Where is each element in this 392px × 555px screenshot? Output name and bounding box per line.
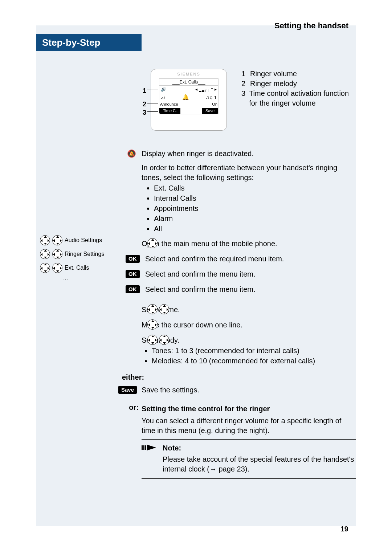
- list-item: All: [154, 224, 356, 234]
- menu-row-audio: Audio Settings: [40, 233, 134, 247]
- list-item: Appointments: [154, 204, 356, 213]
- or-label: or:: [122, 403, 142, 415]
- nav-icon: [52, 235, 62, 245]
- note-box: Note: Please take account of the special…: [142, 439, 356, 479]
- speaker-icon: 🔊: [161, 86, 166, 92]
- nav-icon: [40, 235, 50, 245]
- deactivated-text: Display when ringer is deactivated.: [142, 149, 356, 159]
- nav-right-icon: [159, 335, 169, 345]
- softkey-time-c: Time C.: [159, 108, 180, 114]
- svg-marker-3: [147, 445, 156, 450]
- nav-icon: [40, 249, 50, 259]
- list-item: Ext. Calls: [154, 183, 356, 193]
- svg-rect-2: [145, 445, 146, 450]
- phone-legend: 1Ringer volume 2Ringer melody 3Time cont…: [241, 69, 354, 108]
- announce-label: Announce: [160, 102, 178, 107]
- page-number: 19: [340, 525, 348, 533]
- melody-select-icon: ♪♪: [161, 94, 166, 101]
- phone-screen: ___Ext. Calls___ 🔊 ◂ ▸ ♪♪ 🔔 ♫♫ 1 Announc…: [159, 78, 219, 114]
- save-badge: Save: [118, 386, 137, 394]
- step-text: Select and confirm the required menu ite…: [145, 253, 356, 264]
- callout-line: [147, 90, 158, 90]
- bell-icon: 🔔: [182, 94, 189, 101]
- legend-text: Time control activation function for the…: [249, 89, 354, 108]
- nav-right-icon: [159, 304, 169, 314]
- menu-row-ellipsis: ...: [40, 275, 134, 282]
- svg-rect-0: [142, 445, 143, 450]
- ok-badge: OK: [126, 255, 140, 263]
- ok-badge: OK: [126, 270, 140, 278]
- phone-brand: SIEMENS: [151, 72, 226, 77]
- time-control-text: You can select a different ringer volume…: [142, 416, 356, 436]
- volume-slider-icon: ◂ ▸: [195, 86, 217, 92]
- callout-line: [147, 111, 158, 112]
- nav-left-icon: [147, 304, 158, 314]
- note-title: Note:: [163, 443, 356, 453]
- callout-3: 3: [143, 108, 146, 117]
- step-by-step-bar: Step-by-Step: [36, 34, 142, 51]
- note-arrow-icon: [142, 443, 158, 474]
- nav-icon: [40, 263, 50, 273]
- step-move-down: Move the cursor down one line.: [142, 319, 356, 330]
- legend-text: Ringer volume: [250, 69, 297, 79]
- nav-left-icon: [147, 335, 158, 345]
- time-control-heading: Setting the time control for the ringer: [142, 404, 270, 414]
- list-item: Tones: 1 to 3 (recommended for internal …: [152, 346, 356, 356]
- differentiate-text: In order to better differentiate between…: [142, 163, 356, 183]
- menu-row-ringer: Ringer Settings: [40, 247, 134, 261]
- nav-icon: [147, 238, 158, 248]
- menu-label: Ext. Calls: [65, 265, 134, 271]
- tone-list: Ext. Calls Internal Calls Appointments A…: [142, 183, 356, 234]
- nav-down-icon: [147, 319, 158, 330]
- legend-num: 1: [241, 69, 246, 79]
- on-label: On: [212, 102, 217, 107]
- legend-num: 2: [241, 79, 246, 89]
- list-item: Internal Calls: [154, 193, 356, 203]
- softkey-save: Save: [202, 108, 218, 114]
- step-set-volume: Set volume.: [142, 304, 356, 315]
- nav-icon: [52, 263, 62, 273]
- ringer-off-icon: 🔕: [124, 149, 139, 159]
- note-body: Please take account of the special featu…: [163, 454, 356, 474]
- melody-number: ♫♫ 1: [206, 94, 217, 101]
- list-item: Melodies: 4 to 10 (recommended for exter…: [152, 356, 356, 366]
- callout-1: 1: [143, 86, 146, 95]
- menu-ellipsis: ...: [63, 275, 134, 282]
- step-text: Select and confirm the menu item.: [145, 269, 356, 279]
- callout-line: [147, 103, 158, 103]
- phone-illustration-block: SIEMENS ___Ext. Calls___ 🔊 ◂ ▸ ♪♪ 🔔 ♫♫ 1…: [142, 69, 356, 134]
- step-text: Select and confirm the menu item.: [145, 284, 356, 294]
- menu-row-ext: Ext. Calls: [40, 261, 134, 275]
- legend-text: Ringer melody: [250, 79, 297, 89]
- list-item: Alarm: [154, 214, 356, 224]
- nav-icon: [52, 249, 62, 259]
- either-label: either:: [122, 372, 142, 382]
- save-text: Save the settings.: [142, 384, 356, 395]
- menu-label: Ringer Settings: [65, 251, 134, 257]
- ok-badge: OK: [126, 285, 140, 293]
- phone-device: SIEMENS ___Ext. Calls___ 🔊 ◂ ▸ ♪♪ 🔔 ♫♫ 1…: [151, 69, 227, 131]
- menu-label: Audio Settings: [65, 237, 134, 244]
- page-header-title: Setting the handset: [274, 21, 348, 30]
- step-open-menu: Open the main menu of the mobile phone.: [142, 238, 356, 249]
- callout-2: 2: [143, 100, 146, 109]
- screen-title: ___Ext. Calls___: [159, 79, 218, 86]
- legend-num: 3: [241, 89, 245, 108]
- svg-rect-1: [143, 445, 144, 450]
